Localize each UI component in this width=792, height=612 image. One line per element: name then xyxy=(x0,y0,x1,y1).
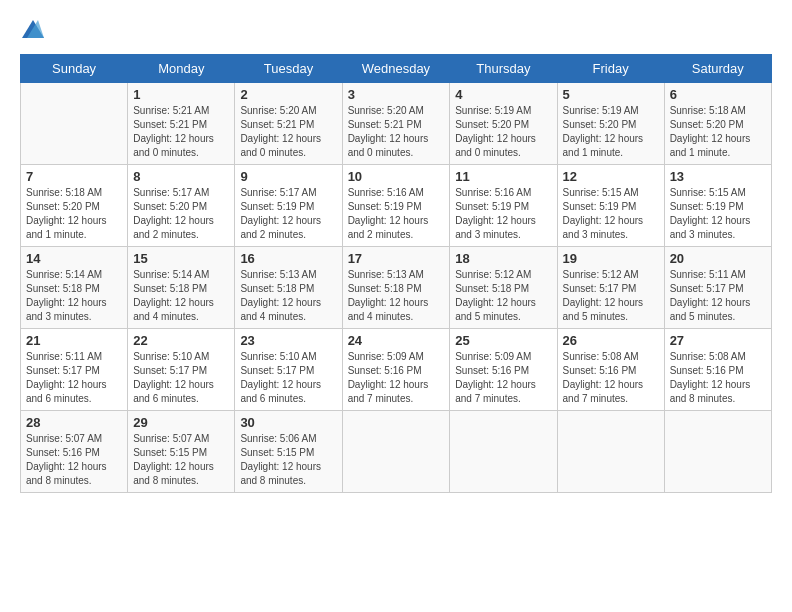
calendar-table: SundayMondayTuesdayWednesdayThursdayFrid… xyxy=(20,54,772,493)
day-number: 24 xyxy=(348,333,445,348)
day-number: 22 xyxy=(133,333,229,348)
day-cell-12: 12Sunrise: 5:15 AM Sunset: 5:19 PM Dayli… xyxy=(557,164,664,246)
day-number: 2 xyxy=(240,87,336,102)
day-info: Sunrise: 5:20 AM Sunset: 5:21 PM Dayligh… xyxy=(240,104,336,160)
empty-cell xyxy=(664,410,771,492)
day-info: Sunrise: 5:20 AM Sunset: 5:21 PM Dayligh… xyxy=(348,104,445,160)
empty-cell xyxy=(342,410,450,492)
empty-cell xyxy=(21,82,128,164)
day-info: Sunrise: 5:19 AM Sunset: 5:20 PM Dayligh… xyxy=(455,104,551,160)
calendar-header: SundayMondayTuesdayWednesdayThursdayFrid… xyxy=(21,54,772,82)
day-number: 30 xyxy=(240,415,336,430)
day-number: 17 xyxy=(348,251,445,266)
day-info: Sunrise: 5:17 AM Sunset: 5:19 PM Dayligh… xyxy=(240,186,336,242)
day-cell-20: 20Sunrise: 5:11 AM Sunset: 5:17 PM Dayli… xyxy=(664,246,771,328)
day-cell-26: 26Sunrise: 5:08 AM Sunset: 5:16 PM Dayli… xyxy=(557,328,664,410)
week-row-2: 7Sunrise: 5:18 AM Sunset: 5:20 PM Daylig… xyxy=(21,164,772,246)
day-number: 15 xyxy=(133,251,229,266)
day-cell-14: 14Sunrise: 5:14 AM Sunset: 5:18 PM Dayli… xyxy=(21,246,128,328)
day-number: 19 xyxy=(563,251,659,266)
day-number: 14 xyxy=(26,251,122,266)
day-info: Sunrise: 5:10 AM Sunset: 5:17 PM Dayligh… xyxy=(133,350,229,406)
day-number: 8 xyxy=(133,169,229,184)
day-info: Sunrise: 5:14 AM Sunset: 5:18 PM Dayligh… xyxy=(26,268,122,324)
day-cell-4: 4Sunrise: 5:19 AM Sunset: 5:20 PM Daylig… xyxy=(450,82,557,164)
day-info: Sunrise: 5:16 AM Sunset: 5:19 PM Dayligh… xyxy=(455,186,551,242)
day-cell-11: 11Sunrise: 5:16 AM Sunset: 5:19 PM Dayli… xyxy=(450,164,557,246)
day-info: Sunrise: 5:09 AM Sunset: 5:16 PM Dayligh… xyxy=(455,350,551,406)
day-info: Sunrise: 5:21 AM Sunset: 5:21 PM Dayligh… xyxy=(133,104,229,160)
header-day-thursday: Thursday xyxy=(450,54,557,82)
day-info: Sunrise: 5:08 AM Sunset: 5:16 PM Dayligh… xyxy=(563,350,659,406)
header-row: SundayMondayTuesdayWednesdayThursdayFrid… xyxy=(21,54,772,82)
day-cell-29: 29Sunrise: 5:07 AM Sunset: 5:15 PM Dayli… xyxy=(128,410,235,492)
day-cell-27: 27Sunrise: 5:08 AM Sunset: 5:16 PM Dayli… xyxy=(664,328,771,410)
day-cell-21: 21Sunrise: 5:11 AM Sunset: 5:17 PM Dayli… xyxy=(21,328,128,410)
day-cell-10: 10Sunrise: 5:16 AM Sunset: 5:19 PM Dayli… xyxy=(342,164,450,246)
day-info: Sunrise: 5:12 AM Sunset: 5:18 PM Dayligh… xyxy=(455,268,551,324)
day-info: Sunrise: 5:12 AM Sunset: 5:17 PM Dayligh… xyxy=(563,268,659,324)
day-info: Sunrise: 5:09 AM Sunset: 5:16 PM Dayligh… xyxy=(348,350,445,406)
day-cell-7: 7Sunrise: 5:18 AM Sunset: 5:20 PM Daylig… xyxy=(21,164,128,246)
day-number: 29 xyxy=(133,415,229,430)
day-number: 11 xyxy=(455,169,551,184)
day-info: Sunrise: 5:06 AM Sunset: 5:15 PM Dayligh… xyxy=(240,432,336,488)
day-info: Sunrise: 5:13 AM Sunset: 5:18 PM Dayligh… xyxy=(348,268,445,324)
header-day-tuesday: Tuesday xyxy=(235,54,342,82)
day-cell-22: 22Sunrise: 5:10 AM Sunset: 5:17 PM Dayli… xyxy=(128,328,235,410)
day-info: Sunrise: 5:18 AM Sunset: 5:20 PM Dayligh… xyxy=(26,186,122,242)
day-number: 7 xyxy=(26,169,122,184)
day-cell-8: 8Sunrise: 5:17 AM Sunset: 5:20 PM Daylig… xyxy=(128,164,235,246)
day-number: 28 xyxy=(26,415,122,430)
page-header xyxy=(20,20,772,44)
week-row-4: 21Sunrise: 5:11 AM Sunset: 5:17 PM Dayli… xyxy=(21,328,772,410)
day-number: 10 xyxy=(348,169,445,184)
day-number: 4 xyxy=(455,87,551,102)
day-info: Sunrise: 5:19 AM Sunset: 5:20 PM Dayligh… xyxy=(563,104,659,160)
logo xyxy=(20,20,44,44)
day-info: Sunrise: 5:10 AM Sunset: 5:17 PM Dayligh… xyxy=(240,350,336,406)
day-cell-30: 30Sunrise: 5:06 AM Sunset: 5:15 PM Dayli… xyxy=(235,410,342,492)
day-cell-23: 23Sunrise: 5:10 AM Sunset: 5:17 PM Dayli… xyxy=(235,328,342,410)
day-number: 1 xyxy=(133,87,229,102)
day-cell-25: 25Sunrise: 5:09 AM Sunset: 5:16 PM Dayli… xyxy=(450,328,557,410)
day-info: Sunrise: 5:13 AM Sunset: 5:18 PM Dayligh… xyxy=(240,268,336,324)
day-number: 25 xyxy=(455,333,551,348)
day-number: 6 xyxy=(670,87,766,102)
day-cell-1: 1Sunrise: 5:21 AM Sunset: 5:21 PM Daylig… xyxy=(128,82,235,164)
day-info: Sunrise: 5:17 AM Sunset: 5:20 PM Dayligh… xyxy=(133,186,229,242)
day-info: Sunrise: 5:07 AM Sunset: 5:15 PM Dayligh… xyxy=(133,432,229,488)
day-cell-24: 24Sunrise: 5:09 AM Sunset: 5:16 PM Dayli… xyxy=(342,328,450,410)
day-number: 3 xyxy=(348,87,445,102)
header-day-sunday: Sunday xyxy=(21,54,128,82)
day-number: 13 xyxy=(670,169,766,184)
day-cell-28: 28Sunrise: 5:07 AM Sunset: 5:16 PM Dayli… xyxy=(21,410,128,492)
day-info: Sunrise: 5:14 AM Sunset: 5:18 PM Dayligh… xyxy=(133,268,229,324)
day-info: Sunrise: 5:08 AM Sunset: 5:16 PM Dayligh… xyxy=(670,350,766,406)
empty-cell xyxy=(450,410,557,492)
week-row-1: 1Sunrise: 5:21 AM Sunset: 5:21 PM Daylig… xyxy=(21,82,772,164)
day-cell-15: 15Sunrise: 5:14 AM Sunset: 5:18 PM Dayli… xyxy=(128,246,235,328)
day-info: Sunrise: 5:07 AM Sunset: 5:16 PM Dayligh… xyxy=(26,432,122,488)
calendar-body: 1Sunrise: 5:21 AM Sunset: 5:21 PM Daylig… xyxy=(21,82,772,492)
day-number: 21 xyxy=(26,333,122,348)
day-info: Sunrise: 5:11 AM Sunset: 5:17 PM Dayligh… xyxy=(26,350,122,406)
day-number: 12 xyxy=(563,169,659,184)
day-info: Sunrise: 5:18 AM Sunset: 5:20 PM Dayligh… xyxy=(670,104,766,160)
day-number: 26 xyxy=(563,333,659,348)
day-number: 18 xyxy=(455,251,551,266)
day-number: 20 xyxy=(670,251,766,266)
week-row-3: 14Sunrise: 5:14 AM Sunset: 5:18 PM Dayli… xyxy=(21,246,772,328)
day-cell-13: 13Sunrise: 5:15 AM Sunset: 5:19 PM Dayli… xyxy=(664,164,771,246)
day-info: Sunrise: 5:16 AM Sunset: 5:19 PM Dayligh… xyxy=(348,186,445,242)
day-info: Sunrise: 5:11 AM Sunset: 5:17 PM Dayligh… xyxy=(670,268,766,324)
day-cell-3: 3Sunrise: 5:20 AM Sunset: 5:21 PM Daylig… xyxy=(342,82,450,164)
week-row-5: 28Sunrise: 5:07 AM Sunset: 5:16 PM Dayli… xyxy=(21,410,772,492)
day-number: 16 xyxy=(240,251,336,266)
day-cell-19: 19Sunrise: 5:12 AM Sunset: 5:17 PM Dayli… xyxy=(557,246,664,328)
day-number: 27 xyxy=(670,333,766,348)
logo-icon xyxy=(22,20,44,44)
day-cell-18: 18Sunrise: 5:12 AM Sunset: 5:18 PM Dayli… xyxy=(450,246,557,328)
day-info: Sunrise: 5:15 AM Sunset: 5:19 PM Dayligh… xyxy=(563,186,659,242)
day-cell-5: 5Sunrise: 5:19 AM Sunset: 5:20 PM Daylig… xyxy=(557,82,664,164)
